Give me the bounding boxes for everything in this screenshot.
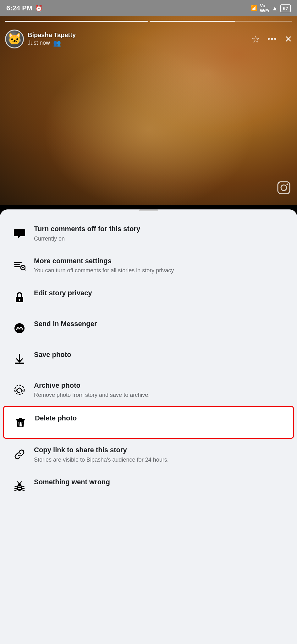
menu-item-send-messenger[interactable]: Send in Messenger (0, 313, 297, 343)
send-messenger-title: Send in Messenger (34, 319, 286, 329)
comment-settings-icon (11, 257, 28, 274)
turn-comments-subtitle: Currently on (34, 235, 286, 243)
svg-line-8 (25, 269, 25, 270)
copy-link-title: Copy link to share this story (34, 446, 286, 455)
close-button[interactable]: ✕ (285, 34, 292, 44)
comment-icon (11, 225, 28, 242)
svg-rect-5 (14, 266, 20, 267)
save-photo-title: Save photo (34, 350, 286, 359)
story-area: 🐱 Bipasha Tapetty Just now 👥 ☆ ••• ✕ (0, 16, 297, 205)
svg-rect-4 (14, 264, 20, 265)
svg-rect-16 (19, 418, 22, 419)
avatar: 🐱 (5, 30, 24, 48)
something-wrong-title: Something went wrong (34, 478, 286, 487)
more-options-button[interactable]: ••• (267, 35, 277, 43)
svg-rect-13 (15, 363, 24, 364)
svg-line-27 (22, 490, 24, 491)
story-timestamp: Just now (28, 40, 50, 46)
progress-bar-1 (5, 21, 148, 22)
svg-point-1 (281, 185, 287, 191)
story-username: Bipasha Tapetty (28, 31, 251, 39)
story-meta: Just now 👥 (28, 39, 251, 47)
menu-text-send-messenger: Send in Messenger (34, 319, 286, 329)
signal-icon: 📶 (250, 5, 257, 12)
svg-line-22 (15, 486, 17, 487)
svg-line-28 (18, 482, 19, 483)
svg-point-12 (14, 323, 25, 333)
alarm-icon: ⏰ (35, 4, 43, 12)
svg-point-10 (19, 299, 20, 300)
menu-text-something-wrong: Something went wrong (34, 478, 286, 487)
audience-icon: 👥 (53, 39, 61, 47)
menu-item-turn-comments-off[interactable]: Turn comments off for this story Current… (0, 218, 297, 250)
lock-icon (11, 289, 28, 306)
menu-text-copy-link: Copy link to share this story Stories ar… (34, 446, 286, 464)
wifi-label: VoWiFi (260, 3, 269, 13)
wifi-icon: ▲ (272, 5, 278, 12)
menu-item-archive-photo[interactable]: Archive photo Remove photo from story an… (0, 374, 297, 406)
menu-text-turn-comments-off: Turn comments off for this story Current… (34, 225, 286, 243)
svg-point-7 (22, 267, 24, 268)
messenger-icon (11, 320, 28, 336)
archive-photo-title: Archive photo (34, 381, 286, 390)
menu-item-something-wrong[interactable]: Something went wrong (0, 471, 297, 502)
more-comment-title: More comment settings (34, 257, 286, 266)
trash-icon (12, 414, 29, 431)
menu-text-archive-photo: Archive photo Remove photo from story an… (34, 381, 286, 399)
menu-item-edit-story-privacy[interactable]: Edit story privacy (0, 282, 297, 313)
story-header: 🐱 Bipasha Tapetty Just now 👥 ☆ ••• ✕ (0, 26, 297, 52)
status-time: 6:24 PM ⏰ (6, 4, 43, 12)
menu-text-edit-story-privacy: Edit story privacy (34, 289, 286, 298)
menu-list: Turn comments off for this story Current… (0, 214, 297, 505)
copy-link-subtitle: Stories are visible to Bipasha's audienc… (34, 456, 286, 464)
menu-item-save-photo[interactable]: Save photo (0, 343, 297, 374)
story-user-info: Bipasha Tapetty Just now 👥 (28, 31, 251, 47)
menu-text-more-comment-settings: More comment settings You can turn off c… (34, 257, 286, 275)
svg-point-2 (287, 184, 288, 185)
menu-item-copy-link[interactable]: Copy link to share this story Stories ar… (0, 439, 297, 471)
bottom-sheet: Turn comments off for this story Current… (0, 209, 297, 644)
instagram-icon (277, 181, 291, 197)
svg-rect-0 (278, 182, 290, 194)
more-comment-subtitle: You can turn off comments for all storie… (34, 267, 286, 275)
star-button[interactable]: ☆ (251, 34, 260, 45)
story-actions[interactable]: ☆ ••• ✕ (251, 34, 292, 45)
menu-text-delete-photo: Delete photo (35, 414, 285, 423)
menu-text-save-photo: Save photo (34, 350, 286, 359)
turn-comments-title: Turn comments off for this story (34, 225, 286, 234)
menu-item-more-comment-settings[interactable]: More comment settings You can turn off c… (0, 250, 297, 282)
sheet-handle (139, 209, 158, 211)
archive-photo-subtitle: Remove photo from story and save to arch… (34, 391, 286, 399)
status-bar: 6:24 PM ⏰ 📶 VoWiFi ▲ 67 (0, 0, 297, 16)
svg-line-25 (22, 486, 24, 487)
svg-line-24 (15, 490, 17, 491)
svg-rect-3 (14, 262, 22, 263)
download-icon (11, 351, 28, 367)
svg-line-19 (22, 422, 22, 426)
status-right-icons: 📶 VoWiFi ▲ 67 (250, 3, 291, 13)
archive-icon (11, 382, 28, 398)
story-progress-bars (5, 21, 292, 22)
svg-line-17 (19, 422, 19, 426)
progress-bar-2 (150, 21, 292, 22)
menu-item-delete-photo[interactable]: Delete photo (3, 406, 294, 439)
bug-icon (11, 478, 28, 495)
edit-privacy-title: Edit story privacy (34, 289, 286, 298)
svg-line-29 (20, 482, 21, 483)
delete-photo-title: Delete photo (35, 414, 285, 423)
link-icon (11, 446, 28, 463)
battery-indicator: 67 (280, 4, 291, 12)
avatar-image: 🐱 (8, 32, 22, 46)
